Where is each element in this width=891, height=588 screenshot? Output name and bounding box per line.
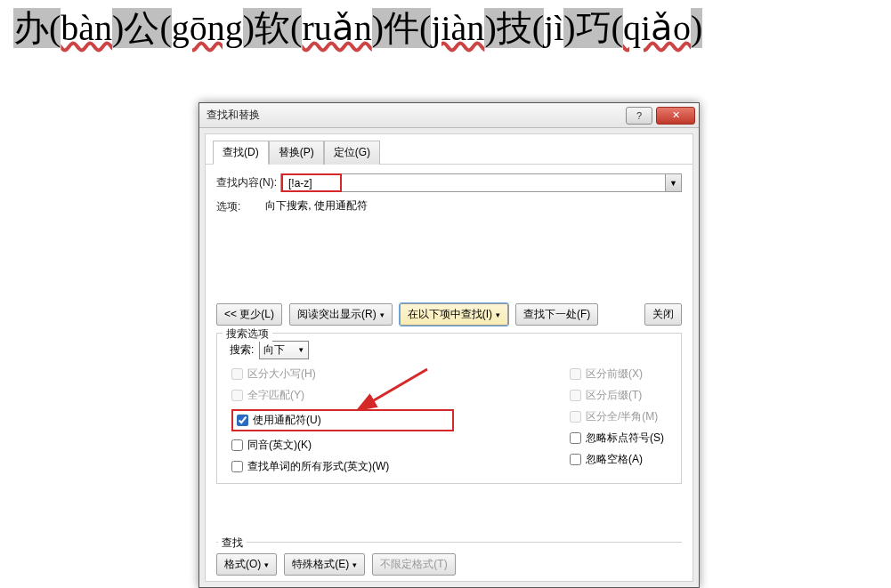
format-button[interactable]: 格式(O)▾: [216, 553, 277, 576]
search-direction-dropdown[interactable]: 向下 ▼: [259, 341, 309, 359]
char-3: 软: [255, 8, 290, 48]
pinyin-4: jiàn: [431, 8, 484, 48]
find-history-dropdown[interactable]: ▼: [665, 174, 681, 191]
chevron-down-icon: ▼: [669, 179, 677, 188]
document-content: 办(bàn)公(gōng)软(ruǎn)件(jiàn)技(jì)巧(qiǎo): [13, 9, 702, 48]
char-6: 巧: [576, 8, 612, 48]
search-options-legend: 搜索选项: [223, 326, 272, 342]
pinyin-6: qiǎo: [623, 8, 691, 48]
chevron-down-icon: ▼: [297, 346, 304, 354]
search-direction-label: 搜索:: [230, 342, 254, 358]
tab-find[interactable]: 查找(D): [213, 141, 269, 165]
full-half-width-checkbox: 区分全/半角(M): [570, 409, 664, 424]
find-section-legend: 查找: [218, 536, 247, 551]
chevron-down-icon: ▾: [496, 310, 500, 319]
match-suffix-checkbox: 区分后缀(T): [570, 388, 664, 403]
whole-word-checkbox: 全字匹配(Y): [231, 388, 454, 403]
find-what-label: 查找内容(N):: [216, 175, 277, 190]
pinyin-3: ruǎn: [302, 8, 371, 48]
search-options-fieldset: 搜索选项 搜索: 向下 ▼ 区分大小写(H) 全字匹配(Y) 使用通配符(U): [216, 333, 682, 484]
char-4: 件: [384, 8, 419, 48]
match-case-checkbox: 区分大小写(H): [231, 366, 454, 382]
tab-goto[interactable]: 定位(G): [324, 141, 380, 165]
match-prefix-checkbox: 区分前缀(X): [570, 366, 664, 382]
ignore-punct-checkbox[interactable]: 忽略标点符号(S): [570, 431, 664, 446]
less-button[interactable]: << 更少(L): [216, 303, 282, 326]
paren: ): [112, 8, 124, 48]
ignore-space-checkbox[interactable]: 忽略空格(A): [570, 452, 664, 467]
options-value: 向下搜索, 使用通配符: [265, 198, 368, 213]
find-in-button[interactable]: 在以下项中查找(I)▾: [400, 303, 508, 326]
use-wildcards-highlight: 使用通配符(U): [231, 409, 454, 431]
dialog-title: 查找和替换: [207, 108, 626, 123]
help-button[interactable]: ?: [626, 107, 652, 125]
dialog-close-button[interactable]: ✕: [656, 107, 695, 125]
chevron-down-icon: ▾: [352, 560, 357, 569]
all-word-forms-checkbox[interactable]: 查找单词的所有形式(英文)(W): [231, 459, 454, 474]
find-value-highlight: [281, 173, 342, 192]
char-5: 技: [497, 8, 532, 48]
chevron-down-icon: ▾: [264, 560, 269, 569]
reading-highlight-button[interactable]: 阅读突出显示(R)▾: [289, 303, 393, 326]
paren: (: [49, 8, 61, 48]
dialog-tabs: 查找(D) 替换(P) 定位(G): [206, 134, 693, 165]
pinyin-5: jì: [544, 8, 563, 48]
close-icon: ✕: [672, 109, 680, 121]
char-1: 办: [13, 8, 49, 48]
no-format-button: 不限定格式(T): [372, 553, 455, 576]
help-icon: ?: [636, 110, 642, 121]
tab-replace[interactable]: 替换(P): [269, 141, 324, 165]
find-input-wrap: ▼: [280, 173, 682, 192]
char-2: 公: [124, 8, 159, 48]
dialog-mid-buttons: << 更少(L) 阅读突出显示(R)▾ 在以下项中查找(I)▾ 查找下一处(F)…: [216, 303, 682, 326]
search-direction-value: 向下: [263, 342, 297, 358]
sounds-like-checkbox[interactable]: 同音(英文)(K): [231, 438, 454, 453]
chevron-down-icon: ▾: [380, 310, 385, 319]
use-wildcards-checkbox[interactable]: 使用通配符(U): [237, 413, 321, 428]
options-label: 选项:: [216, 199, 240, 214]
dialog-titlebar: 查找和替换 ? ✕: [199, 103, 699, 128]
close-button[interactable]: 关闭: [644, 303, 682, 326]
pinyin-2: gōng: [172, 8, 243, 48]
find-next-button[interactable]: 查找下一处(F): [515, 303, 598, 326]
find-format-fieldset: 查找 格式(O)▾ 特殊格式(E)▾ 不限定格式(T): [216, 542, 682, 576]
special-format-button[interactable]: 特殊格式(E)▾: [284, 553, 365, 576]
find-input[interactable]: [285, 177, 338, 189]
find-replace-dialog: 查找和替换 ? ✕ 查找(D) 替换(P) 定位(G) 查找内容(N): ▼ 选…: [198, 102, 700, 588]
pinyin-1: bàn: [61, 8, 112, 48]
